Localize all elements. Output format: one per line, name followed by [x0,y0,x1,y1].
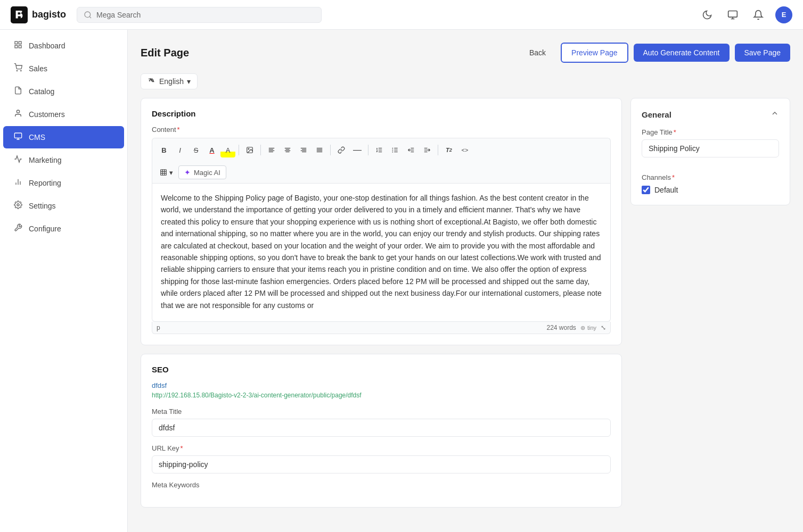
general-title: General [642,110,671,119]
toolbar-font-color[interactable]: A [204,143,219,157]
toolbar-align-right[interactable] [296,143,311,157]
channel-default-checkbox[interactable] [642,186,650,194]
topbar: bagisto E [0,0,803,30]
magic-ai-icon: ✦ [184,168,191,177]
sidebar-item-marketing[interactable]: Marketing [3,149,124,171]
general-collapse-button[interactable] [771,109,779,120]
sidebar: Dashboard Sales Catalog [0,30,128,532]
moon-icon[interactable] [699,6,716,23]
channel-default: Default [642,186,779,194]
sidebar-item-settings[interactable]: Settings [3,195,124,217]
svg-rect-5 [19,45,21,48]
toolbar-source[interactable]: <> [457,143,472,157]
header-actions: Back Preview Page Auto Generate Content … [520,43,790,63]
toolbar-ordered-list[interactable] [372,143,387,157]
main-layout: Dashboard Sales Catalog [0,30,803,532]
auto-generate-button[interactable]: Auto Generate Content [634,44,730,62]
toolbar-strikethrough[interactable]: S [189,143,203,157]
search-input[interactable] [96,11,315,19]
logo-text: bagisto [32,9,66,20]
toolbar-unordered-list[interactable] [388,143,403,157]
page-title-field[interactable] [642,139,779,157]
reporting-icon [13,178,23,188]
svg-point-8 [21,70,21,71]
catalog-icon [13,86,23,97]
svg-point-41 [392,152,393,153]
toolbar-indent[interactable] [420,143,435,157]
toolbar-sep-2 [260,145,261,155]
seo-card: SEO dfdsf http://192.168.15.80/Bagisto-v… [141,354,622,508]
tinymce-logo: ⊛ tiny [580,325,596,331]
table-dropdown-arrow: ▾ [169,169,173,177]
table-toolbar: ▾ ✦ Magic AI [152,162,611,184]
avatar[interactable]: E [775,6,792,23]
word-count: 224 words [547,324,576,331]
sales-icon [13,63,23,74]
sidebar-item-configure[interactable]: Configure [3,218,124,240]
seo-slug[interactable]: dfdsf [152,381,611,389]
save-page-button[interactable]: Save Page [735,44,791,62]
back-button[interactable]: Back [520,44,555,62]
svg-rect-4 [19,41,21,44]
screen-icon[interactable] [724,6,741,23]
toolbar-image[interactable] [242,143,257,157]
toolbar-italic[interactable]: I [173,143,187,157]
toolbar-link[interactable] [334,143,349,157]
sidebar-item-customers[interactable]: Customers [3,103,124,126]
sidebar-item-dashboard[interactable]: Dashboard [3,35,124,57]
url-key-input[interactable] [152,455,611,473]
toolbar-table[interactable]: ▾ [157,165,176,180]
seo-title: SEO [152,365,611,374]
svg-rect-48 [161,170,167,176]
page-title: Edit Page [141,47,189,59]
toolbar-hr[interactable]: — [350,143,365,157]
configure-icon [13,223,23,234]
magic-ai-label: Magic AI [194,169,220,177]
editor-toolbar: B I S A A [152,138,611,162]
svg-point-7 [17,70,17,71]
editor-body-text[interactable]: Welcome to the Shipping Policy page of B… [161,192,602,311]
search-bar[interactable] [77,7,322,23]
language-selector[interactable]: English ▾ [141,73,198,89]
toolbar-sep-4 [368,145,368,155]
meta-title-label: Meta Title [152,408,611,415]
toolbar-highlight[interactable]: A [220,143,235,157]
toolbar-align-left[interactable] [264,143,279,157]
sidebar-label-catalog: Catalog [29,87,54,96]
toolbar-outdent[interactable] [404,143,419,157]
magic-ai-button[interactable]: ✦ Magic AI [178,165,226,179]
description-card: Description Content* B I S A A [141,98,622,345]
toolbar-superscript[interactable]: T2 [441,143,456,157]
sidebar-item-sales[interactable]: Sales [3,57,124,80]
tinymce-icon: ⊛ [580,325,585,331]
url-key-group: URL Key* [152,444,611,473]
resize-handle[interactable]: ⤡ [601,324,606,331]
general-sidebar: General Page Title* [630,98,790,205]
meta-title-input[interactable] [152,419,611,437]
sidebar-item-reporting[interactable]: Reporting [3,172,124,194]
topbar-icons: E [699,6,792,23]
editor-content[interactable]: Welcome to the Shipping Policy page of B… [152,184,611,322]
marketing-icon [13,155,23,165]
svg-point-16 [248,148,249,149]
translate-icon [148,77,156,86]
seo-full-url[interactable]: http://192.168.15.80/Bagisto-v2-2-3/ai-c… [152,392,611,399]
description-title: Description [152,109,611,118]
language-label: English [159,77,184,86]
svg-point-40 [392,149,393,151]
sidebar-label-reporting: Reporting [29,179,61,187]
sidebar-item-cms[interactable]: CMS [3,126,124,148]
general-card: General Page Title* [630,98,790,205]
svg-point-39 [392,148,393,149]
meta-title-group: Meta Title [152,408,611,437]
sidebar-label-configure: Configure [29,225,61,233]
logo[interactable]: bagisto [11,6,66,23]
toolbar-justify[interactable] [312,143,327,157]
page-header: Edit Page Back Preview Page Auto Generat… [141,43,790,63]
toolbar-bold[interactable]: B [157,143,171,157]
search-icon [84,11,92,19]
preview-page-button[interactable]: Preview Page [561,43,628,63]
bell-icon[interactable] [750,6,767,23]
sidebar-item-catalog[interactable]: Catalog [3,80,124,103]
toolbar-align-center[interactable] [280,143,295,157]
